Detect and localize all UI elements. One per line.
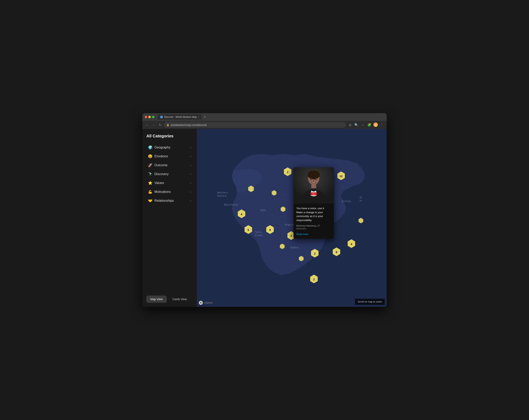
category-emoji-outcome: 🚀	[148, 163, 152, 167]
category-emoji-motivations: 💪	[148, 190, 152, 194]
view-toggle: Map View Cards View	[146, 296, 193, 303]
svg-text:Coast: Coast	[255, 234, 263, 237]
title-bar: Discover - World Wisdom Map × +	[142, 113, 387, 121]
forward-button[interactable]: →	[151, 122, 156, 127]
category-left-discovery: 🔭 Discovery	[148, 172, 169, 176]
svg-text:2: 2	[313, 278, 315, 281]
info-card-body: You have a voice, use it. Make a change …	[293, 203, 334, 239]
sidebar: All Categories 🌍 Geography › 😀 Emotions …	[142, 129, 197, 307]
chevron-icon-values: ›	[190, 181, 191, 185]
svg-text:2: 2	[287, 170, 289, 174]
info-card-quote: You have a voice, use it. Make a change …	[296, 206, 331, 222]
sidebar-item-values[interactable]: ⭐ Values ›	[146, 179, 193, 187]
chevron-icon-discovery: ›	[190, 173, 191, 176]
info-card-location: Botswana	[296, 227, 331, 230]
category-label-discovery: Discovery	[154, 172, 169, 176]
cards-view-button[interactable]: Cards View	[168, 296, 191, 303]
back-button[interactable]: ←	[145, 122, 150, 127]
zoom-icon[interactable]: 🔍	[354, 122, 359, 127]
svg-text:Gabon: Gabon	[290, 246, 299, 249]
tab-title: Discover - World Wisdom Map	[164, 116, 197, 118]
category-left-outcome: 🚀 Outcome	[148, 163, 168, 167]
svg-text:Nigeria: Nigeria	[285, 223, 294, 226]
category-label-geography: Geography	[154, 146, 170, 149]
maximize-button[interactable]	[152, 116, 154, 118]
svg-text:8: 8	[336, 251, 337, 254]
extensions-icon[interactable]: 🧩	[367, 122, 372, 127]
tab-bar: Discover - World Wisdom Map × +	[158, 114, 384, 120]
svg-text:Western: Western	[217, 191, 228, 194]
scroll-hint: Scroll on map to zoom	[355, 299, 385, 305]
main-content: All Categories 🌍 Geography › 😀 Emotions …	[142, 129, 387, 307]
world-map: Western Sahara Mauritania Mali Ivory Coa…	[197, 129, 387, 307]
svg-text:Si: Si	[359, 196, 362, 199]
svg-text:10: 10	[340, 175, 343, 178]
bookmark-icon[interactable]: ☆	[360, 122, 365, 127]
category-left-motivations: 💪 Motivations	[148, 190, 171, 194]
svg-text:Mali: Mali	[261, 209, 266, 212]
sidebar-item-motivations[interactable]: 💪 Motivations ›	[146, 188, 193, 196]
lock-icon: 🔒	[167, 124, 169, 126]
category-left-relationships: 🤝 Relationships	[148, 199, 174, 203]
sidebar-item-outcome[interactable]: 🚀 Outcome ›	[146, 161, 193, 169]
svg-text:4: 4	[351, 243, 352, 246]
category-emoji-relationships: 🤝	[148, 199, 152, 203]
mapbox-icon: M	[199, 301, 203, 305]
sidebar-item-emotions[interactable]: 😀 Emotions ›	[146, 152, 193, 161]
svg-point-51	[313, 180, 315, 182]
active-tab[interactable]: Discover - World Wisdom Map ×	[158, 114, 202, 120]
svg-text:Eritrea: Eritrea	[342, 200, 351, 203]
minimize-button[interactable]	[148, 116, 151, 118]
chevron-icon-relationships: ›	[190, 199, 191, 202]
svg-point-49	[311, 178, 312, 179]
svg-text:4: 4	[241, 213, 242, 216]
svg-text:Mauritania: Mauritania	[224, 203, 238, 206]
svg-text:Sahara: Sahara	[217, 194, 227, 197]
map-area[interactable]: Western Sahara Mauritania Mali Ivory Coa…	[197, 129, 387, 307]
svg-text:2: 2	[314, 252, 316, 255]
svg-text:Ivory: Ivory	[255, 230, 262, 233]
browser-actions: ⊕ 🔍 ☆ 🧩 A ⋮	[348, 122, 384, 127]
svg-text:Ar: Ar	[359, 199, 362, 202]
svg-text:9: 9	[269, 228, 271, 231]
close-button[interactable]	[145, 116, 147, 118]
mapbox-label: mapbox	[204, 301, 213, 304]
new-tab-button[interactable]: +	[202, 115, 207, 119]
svg-text:5: 5	[248, 228, 249, 231]
cast-icon[interactable]: ⊕	[348, 122, 352, 127]
sidebar-item-relationships[interactable]: 🤝 Relationships ›	[146, 196, 193, 205]
info-card: Fabul	[293, 167, 334, 239]
menu-icon[interactable]: ⋮	[379, 122, 384, 127]
category-label-relationships: Relationships	[154, 199, 174, 203]
category-emoji-emotions: 😀	[148, 154, 152, 159]
svg-text:Fabul: Fabul	[312, 193, 315, 195]
info-card-name: Moitshepi Matsheng, 27	[296, 225, 331, 227]
mapbox-logo: M mapbox	[199, 301, 213, 305]
category-label-emotions: Emotions	[154, 155, 168, 158]
url-text: worldwisdommap.com/discover	[171, 123, 207, 126]
category-emoji-values: ⭐	[148, 181, 152, 185]
svg-text:2: 2	[290, 234, 292, 237]
map-view-button[interactable]: Map View	[146, 296, 167, 303]
sidebar-item-geography[interactable]: 🌍 Geography ›	[146, 143, 193, 152]
category-left-values: ⭐ Values	[148, 181, 164, 185]
category-label-values: Values	[154, 181, 164, 185]
category-emoji-discovery: 🔭	[148, 172, 152, 176]
sidebar-title: All Categories	[146, 134, 193, 138]
url-bar[interactable]: 🔒 worldwisdommap.com/discover	[164, 122, 346, 128]
svg-rect-44	[311, 184, 316, 188]
refresh-button[interactable]: ↻	[158, 122, 162, 127]
tab-favicon	[160, 116, 163, 118]
category-label-outcome: Outcome	[154, 163, 168, 167]
read-more-link[interactable]: Read more	[296, 233, 308, 236]
category-label-motivations: Motivations	[154, 190, 171, 194]
chevron-icon-emotions: ›	[190, 155, 191, 158]
profile-avatar[interactable]: A	[373, 122, 378, 127]
category-left-geography: 🌍 Geography	[148, 145, 170, 150]
chevron-icon-geography: ›	[190, 146, 191, 149]
svg-point-50	[316, 178, 317, 179]
sidebar-item-discovery[interactable]: 🔭 Discovery ›	[146, 170, 193, 178]
tab-close-button[interactable]: ×	[198, 116, 199, 118]
chevron-icon-outcome: ›	[190, 163, 191, 167]
person-photo: Fabul	[293, 167, 334, 203]
